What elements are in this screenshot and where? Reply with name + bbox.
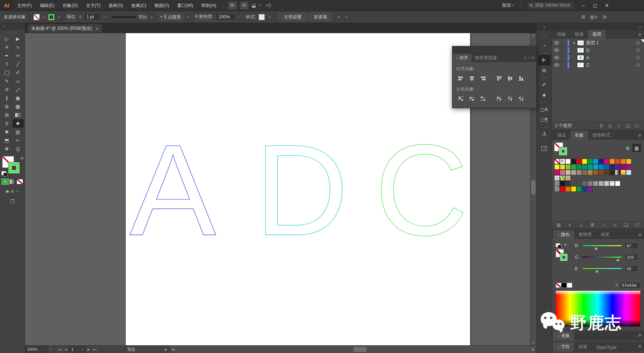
style-swatch[interactable]: [259, 14, 265, 20]
black-swatch[interactable]: [561, 283, 567, 288]
tools-collapse-arrows[interactable]: «: [0, 23, 25, 30]
swatch-cell[interactable]: [554, 159, 560, 164]
panel-menu-icon[interactable]: ≡: [638, 344, 641, 349]
letter-C-outline[interactable]: C: [375, 117, 468, 262]
swatch-cell[interactable]: [560, 175, 565, 181]
swatch-cell[interactable]: [565, 181, 571, 186]
next-artboard-icon[interactable]: ▶: [86, 348, 92, 351]
panel-menu-icon[interactable]: ≡: [532, 56, 534, 60]
visibility-toggle[interactable]: [552, 47, 562, 54]
scale-tool[interactable]: ⤢: [13, 85, 24, 94]
visibility-toggle[interactable]: [552, 61, 562, 68]
chevron-down-icon[interactable]: ∨: [259, 4, 261, 7]
swatch-cell[interactable]: [582, 170, 587, 175]
layer-thumbnail[interactable]: ADC: [577, 40, 584, 46]
align-panel-icon[interactable]: ⊫: [538, 55, 551, 65]
swatch-cell[interactable]: [604, 181, 609, 186]
swatch-cell[interactable]: [554, 186, 560, 192]
curvature-tool[interactable]: ✑: [13, 52, 24, 60]
swatch-cell[interactable]: [615, 159, 620, 164]
swatch-cell[interactable]: [576, 186, 582, 192]
zoom-chevron-icon[interactable]: ∨: [48, 346, 54, 353]
layer-name[interactable]: A: [586, 55, 589, 60]
menu-help[interactable]: 帮助(H): [197, 0, 220, 11]
swatch-cell[interactable]: [582, 164, 587, 170]
graphic-styles-panel-icon[interactable]: ◻A: [538, 104, 551, 114]
grid-view-icon[interactable]: ▦: [632, 144, 641, 152]
align-right-button[interactable]: [478, 74, 488, 82]
document-setup-button[interactable]: 文档设置: [279, 13, 306, 21]
horizontal-scroll-thumb[interactable]: [353, 347, 367, 352]
status-menu-icon[interactable]: ▶: [163, 347, 170, 351]
gradient-mode-button[interactable]: [9, 179, 16, 184]
R-slider[interactable]: [582, 245, 622, 247]
visibility-toggle[interactable]: [552, 54, 562, 61]
align-top-button[interactable]: [494, 74, 504, 82]
last-artboard-icon[interactable]: ▶❘: [92, 348, 100, 351]
type-tool[interactable]: T: [1, 60, 13, 68]
swatch-cell[interactable]: [626, 164, 631, 170]
swatch-cell[interactable]: [560, 170, 565, 175]
default-fill-stroke-icon[interactable]: [1, 171, 6, 175]
letter-D-outline[interactable]: D: [255, 117, 348, 262]
opacity-value[interactable]: 100%: [216, 13, 235, 21]
artboard-tool[interactable]: ⬒: [1, 136, 13, 145]
tab-gradient[interactable]: 渐变: [596, 230, 614, 239]
chevron-right-icon[interactable]: ›: [239, 15, 240, 19]
menu-select[interactable]: 选择(S): [104, 0, 127, 11]
tools-grip[interactable]: ▪▪▪▪▪▪▪: [7, 31, 17, 34]
workspace-icon[interactable]: ▤∨: [590, 14, 598, 20]
swatch-cell[interactable]: [593, 170, 598, 175]
swatch-cell[interactable]: [571, 186, 576, 192]
fill-stroke-proxy[interactable]: ⇄: [1, 156, 24, 175]
shape-builder-tool[interactable]: ⧉: [1, 102, 13, 111]
align-left-button[interactable]: [456, 74, 466, 82]
swatch-cell[interactable]: [604, 164, 609, 170]
none-swatch[interactable]: [556, 283, 561, 288]
list-view-icon[interactable]: ≣: [623, 144, 632, 152]
swatch-cell[interactable]: [560, 159, 565, 164]
swatch-cell[interactable]: [582, 159, 587, 164]
B-slider[interactable]: [582, 268, 622, 269]
swatch-cell[interactable]: [615, 164, 620, 170]
color-mode-button[interactable]: [2, 179, 8, 184]
swatch-cell[interactable]: [598, 159, 604, 164]
stroke-color-swatch[interactable]: [48, 14, 54, 20]
swatch-cell[interactable]: [615, 181, 620, 186]
swatch-cell[interactable]: [565, 186, 571, 192]
scroll-down-icon[interactable]: ▼: [532, 341, 535, 345]
stroke-weight-value[interactable]: 1 pt: [84, 13, 101, 21]
paragraph-styles-panel-icon[interactable]: ◻¶: [538, 114, 551, 125]
color-fill-stroke-proxy[interactable]: ⇄: [556, 243, 572, 265]
panel-menu-icon[interactable]: ≡: [638, 32, 641, 37]
tab-character[interactable]: ◇字符: [553, 342, 574, 352]
rotate-tool[interactable]: ↺: [1, 85, 13, 94]
menu-edit[interactable]: 编辑(E): [36, 0, 58, 11]
tab-pathfinder[interactable]: 路径查找器: [472, 54, 500, 62]
chevron-down-icon[interactable]: ∨: [43, 15, 46, 19]
stroke-swatch-green[interactable]: [560, 253, 568, 261]
target-circle-icon[interactable]: [636, 41, 640, 45]
tab-links[interactable]: 链接: [570, 30, 588, 39]
slider-handle[interactable]: [616, 258, 620, 261]
bridge-button[interactable]: Br: [228, 2, 236, 9]
swatch-cell[interactable]: [571, 159, 576, 164]
B-value-field[interactable]: 93: [625, 265, 638, 272]
swatch-cell[interactable]: [609, 170, 615, 175]
color-themes-icon[interactable]: ◔: [538, 40, 551, 51]
lasso-tool[interactable]: ∿: [13, 43, 24, 52]
tab-align[interactable]: ◇对齐: [452, 54, 472, 62]
letter-A-outline[interactable]: A: [130, 117, 217, 262]
panel-menu-icon[interactable]: ≡: [638, 133, 641, 138]
first-artboard-icon[interactable]: ❘◀: [54, 348, 63, 351]
tab-color[interactable]: ◇颜色: [553, 230, 574, 239]
swatch-cell[interactable]: [598, 170, 604, 175]
tab-swatches[interactable]: 色板: [570, 131, 588, 140]
locate-object-icon[interactable]: ⚲: [597, 123, 606, 128]
swatch-cell[interactable]: [609, 181, 615, 186]
panels-collapse-arrows[interactable]: »: [552, 23, 644, 30]
menu-window[interactable]: 窗口(W): [173, 0, 197, 11]
maximize-button[interactable]: ▢: [592, 3, 598, 8]
stock-search-input[interactable]: ⚲ 搜索 Adobe Stock: [527, 2, 574, 9]
swatch-cell[interactable]: [609, 164, 615, 170]
